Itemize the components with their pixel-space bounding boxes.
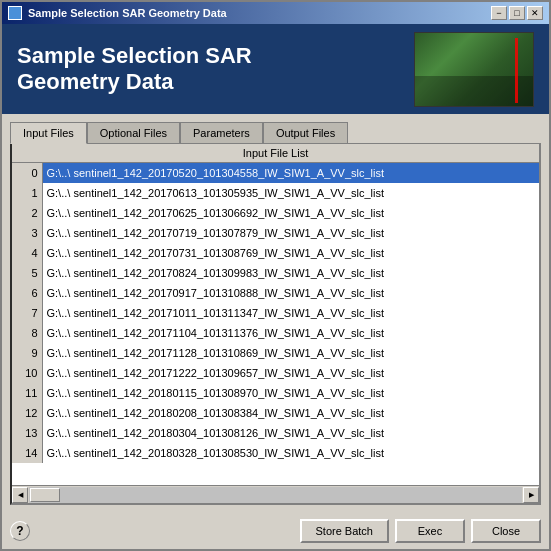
scroll-left-button[interactable]: ◀ [12,487,28,503]
row-index: 1 [12,183,42,203]
row-path: G:\..\ sentinel1_142_20170613_101305935_… [42,183,539,203]
exec-button[interactable]: Exec [395,519,465,543]
maximize-button[interactable]: □ [509,6,525,20]
row-index: 10 [12,363,42,383]
row-path: G:\..\ sentinel1_142_20180208_101308384_… [42,403,539,423]
close-button[interactable]: Close [471,519,541,543]
main-content: Input Files Optional Files Parameters Ou… [2,114,549,513]
row-path: G:\..\ sentinel1_142_20170520_101304558_… [42,163,539,183]
header-area: Sample Selection SAR Geometry Data [2,24,549,114]
header-title: Sample Selection SAR Geometry Data [17,43,414,96]
header-title-line2: Geometry Data [17,69,174,94]
row-index: 4 [12,243,42,263]
row-path: G:\..\ sentinel1_142_20170625_101306692_… [42,203,539,223]
table-row[interactable]: 9G:\..\ sentinel1_142_20171128_101310869… [12,343,539,363]
header-image [414,32,534,107]
header-image-overlay [415,76,533,106]
close-window-button[interactable]: ✕ [527,6,543,20]
store-batch-button[interactable]: Store Batch [300,519,389,543]
table-row[interactable]: 7G:\..\ sentinel1_142_20171011_101311347… [12,303,539,323]
table-row[interactable]: 10G:\..\ sentinel1_142_20171222_10130965… [12,363,539,383]
row-path: G:\..\ sentinel1_142_20180115_101308970_… [42,383,539,403]
table-row[interactable]: 4G:\..\ sentinel1_142_20170731_101308769… [12,243,539,263]
table-row[interactable]: 5G:\..\ sentinel1_142_20170824_101309983… [12,263,539,283]
file-list-container: Input File List 0G:\..\ sentinel1_142_20… [10,143,541,505]
tab-output-files[interactable]: Output Files [263,122,348,144]
horizontal-scrollbar[interactable]: ◀ ▶ [12,485,539,503]
row-path: G:\..\ sentinel1_142_20170917_101310888_… [42,283,539,303]
bottom-bar: ? Store Batch Exec Close [2,513,549,549]
table-body[interactable]: 0G:\..\ sentinel1_142_20170520_101304558… [12,163,539,485]
row-path: G:\..\ sentinel1_142_20171128_101310869_… [42,343,539,363]
table-row[interactable]: 11G:\..\ sentinel1_142_20180115_10130897… [12,383,539,403]
tab-parameters[interactable]: Parameters [180,122,263,144]
tab-bar: Input Files Optional Files Parameters Ou… [10,122,541,144]
table-row[interactable]: 1G:\..\ sentinel1_142_20170613_101305935… [12,183,539,203]
row-index: 13 [12,423,42,443]
row-index: 3 [12,223,42,243]
row-index: 11 [12,383,42,403]
scroll-track[interactable] [29,487,522,503]
header-title-line1: Sample Selection SAR [17,43,252,68]
row-index: 5 [12,263,42,283]
table-row[interactable]: 8G:\..\ sentinel1_142_20171104_101311376… [12,323,539,343]
row-path: G:\..\ sentinel1_142_20180304_101308126_… [42,423,539,443]
table-row[interactable]: 2G:\..\ sentinel1_142_20170625_101306692… [12,203,539,223]
minimize-button[interactable]: − [491,6,507,20]
row-index: 7 [12,303,42,323]
row-index: 0 [12,163,42,183]
row-path: G:\..\ sentinel1_142_20170731_101308769_… [42,243,539,263]
table-header: Input File List [12,144,539,163]
table-row[interactable]: 0G:\..\ sentinel1_142_20170520_101304558… [12,163,539,183]
tab-input-files[interactable]: Input Files [10,122,87,144]
row-index: 12 [12,403,42,423]
title-bar: Sample Selection SAR Geometry Data − □ ✕ [2,2,549,24]
tab-optional-files[interactable]: Optional Files [87,122,180,144]
help-button[interactable]: ? [10,521,30,541]
title-bar-buttons: − □ ✕ [491,6,543,20]
row-index: 14 [12,443,42,463]
scroll-right-button[interactable]: ▶ [523,487,539,503]
table-row[interactable]: 14G:\..\ sentinel1_142_20180328_10130853… [12,443,539,463]
row-path: G:\..\ sentinel1_142_20170719_101307879_… [42,223,539,243]
row-path: G:\..\ sentinel1_142_20171222_101309657_… [42,363,539,383]
row-index: 8 [12,323,42,343]
window-title: Sample Selection SAR Geometry Data [28,7,491,19]
main-window: Sample Selection SAR Geometry Data − □ ✕… [0,0,551,551]
row-path: G:\..\ sentinel1_142_20180328_101308530_… [42,443,539,463]
table-row[interactable]: 13G:\..\ sentinel1_142_20180304_10130812… [12,423,539,443]
row-index: 9 [12,343,42,363]
table-row[interactable]: 12G:\..\ sentinel1_142_20180208_10130838… [12,403,539,423]
file-table: 0G:\..\ sentinel1_142_20170520_101304558… [12,163,539,463]
table-row[interactable]: 6G:\..\ sentinel1_142_20170917_101310888… [12,283,539,303]
row-index: 2 [12,203,42,223]
row-path: G:\..\ sentinel1_142_20170824_101309983_… [42,263,539,283]
row-index: 6 [12,283,42,303]
row-path: G:\..\ sentinel1_142_20171011_101311347_… [42,303,539,323]
scroll-thumb[interactable] [30,488,60,502]
row-path: G:\..\ sentinel1_142_20171104_101311376_… [42,323,539,343]
app-icon [8,6,22,20]
table-row[interactable]: 3G:\..\ sentinel1_142_20170719_101307879… [12,223,539,243]
